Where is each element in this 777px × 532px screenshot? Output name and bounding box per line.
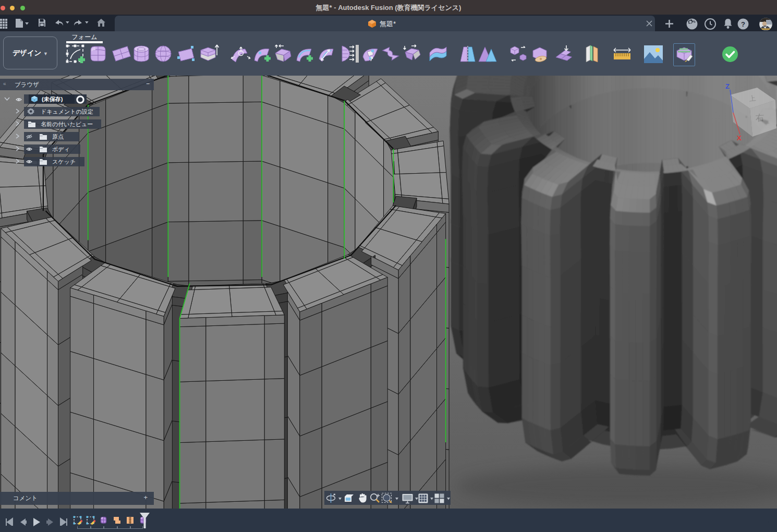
svg-text:上: 上 — [748, 94, 756, 103]
svg-text:X: X — [737, 134, 742, 142]
svg-text:Z: Z — [725, 82, 730, 90]
svg-text:右: 右 — [755, 113, 764, 123]
svg-text:?: ? — [741, 20, 745, 28]
